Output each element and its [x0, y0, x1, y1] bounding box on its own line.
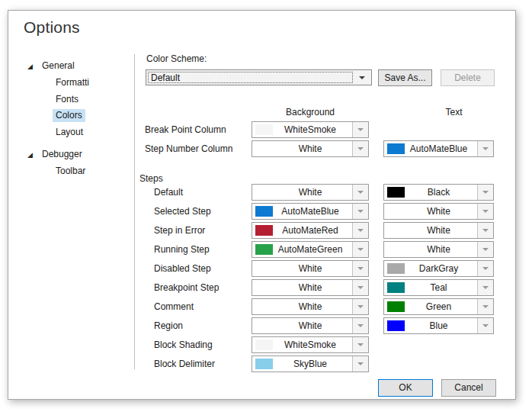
- color-name: White: [252, 141, 368, 156]
- color-name: SkyBlue: [252, 356, 368, 372]
- color-row: Step Number Column White AutoMateBlue: [8, 140, 517, 157]
- color-row: Break Point Column WhiteSmoke: [8, 121, 517, 138]
- row-label: Comment: [154, 298, 194, 315]
- color-row: Disabled Step White DarkGray: [8, 260, 517, 277]
- combo-arrow-button[interactable]: [477, 141, 493, 156]
- combo-arrow-button[interactable]: [352, 242, 368, 257]
- combo-arrow-button[interactable]: [352, 261, 368, 276]
- combo-arrow-button[interactable]: [477, 280, 493, 295]
- chevron-down-icon: [359, 76, 365, 79]
- combo-arrow-button[interactable]: [477, 242, 493, 257]
- combo-arrow-button[interactable]: [352, 299, 368, 314]
- background-color-combo[interactable]: AutoMateBlue: [252, 203, 369, 220]
- text-color-combo[interactable]: AutoMateBlue: [383, 140, 494, 157]
- steps-section-label: Steps: [139, 173, 163, 184]
- combo-arrow-button[interactable]: [352, 318, 368, 333]
- background-color-combo[interactable]: White: [252, 260, 369, 277]
- combo-arrow-button[interactable]: [477, 318, 493, 333]
- color-row: Running Step AutoMateGreen White: [8, 241, 517, 258]
- combo-arrow-button[interactable]: [477, 223, 493, 238]
- chevron-down-icon: [482, 229, 489, 232]
- row-label: Default: [154, 184, 183, 201]
- text-color-combo[interactable]: White: [383, 222, 494, 239]
- color-name: White: [252, 318, 368, 333]
- background-color-combo[interactable]: AutoMateGreen: [252, 241, 369, 258]
- text-color-combo[interactable]: Blue: [383, 317, 494, 334]
- color-name: WhiteSmoke: [252, 122, 368, 137]
- chevron-down-icon: [482, 324, 489, 327]
- sidebar-item-label: Fonts: [56, 94, 79, 105]
- background-color-combo[interactable]: WhiteSmoke: [252, 121, 369, 138]
- combo-arrow-button[interactable]: [352, 204, 368, 219]
- background-color-combo[interactable]: WhiteSmoke: [252, 336, 369, 353]
- combo-arrow-button[interactable]: [477, 261, 493, 276]
- row-label: Disabled Step: [154, 260, 211, 277]
- chevron-down-icon: [357, 286, 364, 289]
- text-color-combo[interactable]: DarkGray: [383, 260, 494, 277]
- combo-arrow-button[interactable]: [477, 204, 493, 219]
- cancel-button[interactable]: Cancel: [441, 379, 496, 397]
- background-color-combo[interactable]: White: [252, 298, 369, 315]
- combo-arrow-button[interactable]: [352, 356, 368, 372]
- text-color-combo[interactable]: Teal: [383, 279, 494, 296]
- color-row: Step in Error AutoMateRed White: [8, 222, 517, 239]
- background-color-combo[interactable]: AutoMateRed: [252, 222, 369, 239]
- chevron-down-icon: [357, 191, 364, 194]
- color-row: Default White Black: [8, 184, 517, 201]
- sidebar-item-label: Toolbar: [56, 166, 85, 176]
- tree-expanded-icon[interactable]: ◢: [27, 60, 33, 73]
- sidebar-item-label: Formatti: [56, 77, 89, 88]
- background-color-combo[interactable]: SkyBlue: [252, 355, 369, 372]
- text-column-header: Text: [399, 107, 509, 117]
- color-row: Breakpoint Step White Teal: [8, 279, 517, 296]
- combo-arrow-button[interactable]: [352, 223, 368, 238]
- row-label: Step Number Column: [145, 140, 232, 157]
- color-scheme-value: Default: [148, 72, 353, 83]
- sidebar-item-colors[interactable]: Colors: [53, 109, 85, 122]
- combo-arrow-button[interactable]: [477, 185, 493, 200]
- text-color-combo[interactable]: White: [383, 203, 494, 220]
- color-name: White: [252, 280, 368, 295]
- ok-button[interactable]: OK: [378, 379, 433, 397]
- text-color-combo[interactable]: Green: [383, 298, 494, 315]
- background-color-combo[interactable]: White: [252, 317, 369, 334]
- chevron-down-icon: [482, 305, 489, 308]
- combo-arrow-button[interactable]: [352, 185, 368, 200]
- text-color-combo[interactable]: Black: [383, 184, 494, 201]
- save-as-button[interactable]: Save As...: [378, 69, 432, 86]
- sidebar-item-toolbar[interactable]: Toolbar: [53, 165, 88, 178]
- combo-arrow-button[interactable]: [352, 337, 368, 352]
- color-name: White: [252, 261, 368, 276]
- color-row: Comment White Green: [8, 298, 517, 315]
- sidebar-item-formatti[interactable]: Formatti: [53, 76, 92, 89]
- combo-arrow-button[interactable]: [352, 141, 368, 156]
- chevron-down-icon: [482, 147, 489, 150]
- chevron-down-icon: [357, 210, 364, 213]
- chevron-down-icon: [357, 343, 364, 346]
- row-label: Selected Step: [154, 203, 211, 220]
- color-scheme-combo[interactable]: Default: [146, 69, 372, 85]
- options-dialog: Options ◢ General Formatti Fonts Colors …: [8, 10, 516, 400]
- chevron-down-icon: [357, 324, 364, 327]
- row-label: Running Step: [154, 241, 210, 258]
- color-name: WhiteSmoke: [252, 337, 368, 352]
- color-row: Block Shading WhiteSmoke: [8, 336, 517, 353]
- background-color-combo[interactable]: White: [252, 279, 369, 296]
- sidebar-item-fonts[interactable]: Fonts: [53, 93, 82, 106]
- color-name: White: [252, 185, 368, 200]
- combo-arrow-button[interactable]: [352, 280, 368, 295]
- sidebar-item-general[interactable]: ◢ General: [39, 60, 78, 72]
- color-name: AutoMateRed: [252, 223, 368, 238]
- text-color-combo[interactable]: White: [383, 241, 494, 258]
- background-color-combo[interactable]: White: [252, 140, 369, 157]
- sidebar-item-label: Colors: [56, 110, 82, 121]
- chevron-down-icon: [482, 286, 489, 289]
- chevron-down-icon: [357, 305, 364, 308]
- combo-arrow-button[interactable]: [352, 122, 368, 137]
- background-color-combo[interactable]: White: [252, 184, 369, 201]
- sidebar-item-label: General: [42, 60, 75, 71]
- color-scheme-label: Color Scheme:: [146, 53, 207, 64]
- combo-arrow-button[interactable]: [477, 299, 493, 314]
- chevron-down-icon: [482, 210, 489, 213]
- chevron-down-icon: [357, 128, 364, 131]
